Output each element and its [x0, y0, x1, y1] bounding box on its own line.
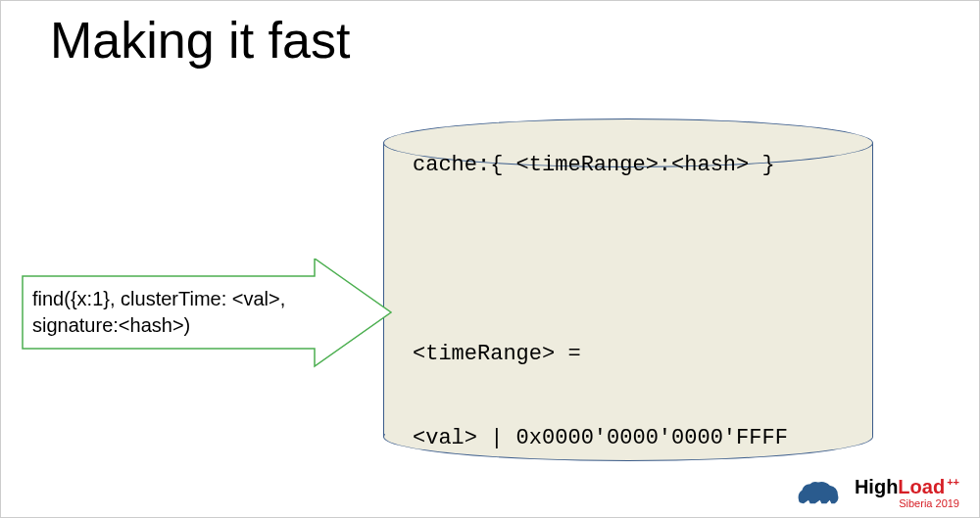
timerange-formula: <timeRange> = <val> | 0x0000'0000'0000'F… [413, 285, 788, 509]
slide: Making it fast cache:{ <timeRange>:<hash… [0, 0, 980, 518]
logo-load: Load [898, 476, 945, 497]
logo-high: High [855, 476, 898, 497]
formula-line2: <val> | 0x0000'0000'0000'FFFF [413, 425, 788, 453]
query-text: find({x:1}, clusterTime: <val>, signatur… [32, 286, 317, 339]
logo-subtitle: Siberia 2019 [855, 498, 959, 509]
footer: HighLoad++ Siberia 2019 [794, 475, 959, 509]
bear-icon [794, 475, 843, 509]
formula-line1: <timeRange> = [413, 341, 788, 369]
slide-title: Making it fast [50, 11, 350, 70]
cache-definition: cache:{ <timeRange>:<hash> } [413, 153, 775, 177]
svg-point-1 [805, 486, 808, 489]
logo-plus: ++ [947, 476, 959, 488]
conference-logo: HighLoad++ Siberia 2019 [855, 477, 959, 509]
logo-main: HighLoad++ [855, 477, 959, 496]
query-arrow: find({x:1}, clusterTime: <val>, signatur… [21, 259, 383, 366]
